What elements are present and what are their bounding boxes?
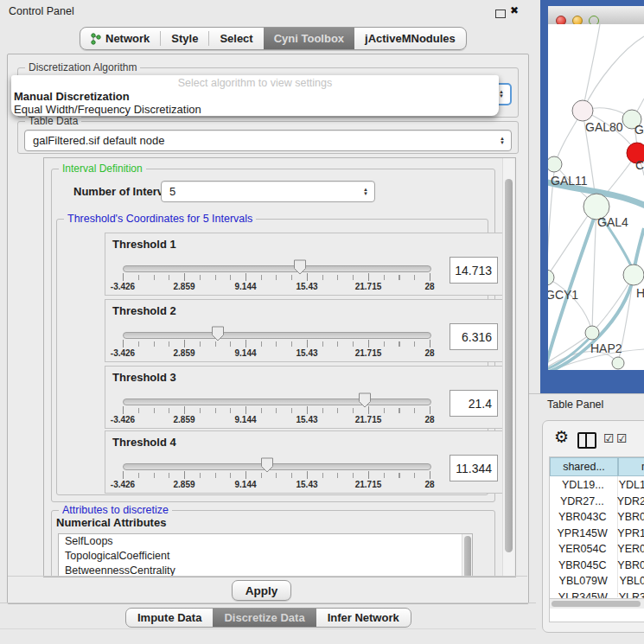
slider-thumb[interactable] (293, 259, 307, 275)
network-node-label: GAL11 (551, 174, 588, 188)
cell-shared-name: YDR27... (550, 495, 615, 507)
settings-scrollbar-thumb[interactable] (505, 179, 513, 552)
cell-shared-name: YBR043C (550, 511, 615, 523)
tab-network[interactable]: Network (80, 28, 160, 49)
list-scrollbar[interactable] (462, 534, 472, 577)
table-row[interactable]: YPR145WYPR1 (550, 526, 644, 542)
close-icon[interactable]: ✖ (510, 4, 519, 16)
major-tick (184, 340, 185, 348)
network-node[interactable] (612, 357, 624, 369)
attribute-item[interactable]: SelfLoops (59, 534, 472, 549)
major-tick (368, 273, 369, 281)
major-tick (184, 471, 185, 479)
num-intervals-combobox[interactable]: 5 ▲▼ (161, 181, 375, 202)
list-scrollbar-thumb[interactable] (464, 536, 471, 577)
network-node[interactable] (623, 265, 644, 285)
slider-track[interactable] (123, 332, 431, 339)
table-row[interactable]: YBR043CYBR0 (550, 509, 644, 526)
threshold-box: Threshold 2 -3.4262.8599.14415.4321.7152… (105, 299, 509, 362)
table-hscrollbar-thumb[interactable] (552, 601, 641, 607)
attributes-group-label: Attributes to discretize (59, 504, 172, 516)
table-data-combobox[interactable]: galFiltered.sif default node ▲▼ (24, 130, 512, 151)
tab-impute-data[interactable]: Impute Data (126, 609, 213, 627)
table-row[interactable]: YDL19...YDL1 (550, 477, 644, 494)
network-node[interactable] (548, 156, 562, 172)
threshold-box: Threshold 1 -3.4262.8599.14415.4321.7152… (105, 233, 509, 296)
tick-label: -3.426 (111, 282, 135, 291)
table-row[interactable]: YDR27...YDR2 (550, 494, 644, 510)
slider-thumb[interactable] (211, 326, 225, 341)
slider-track[interactable] (123, 265, 431, 272)
table-row[interactable]: YLR345WYLR3 (550, 590, 644, 599)
tab-select[interactable]: Select (209, 28, 263, 49)
major-tick (368, 406, 369, 414)
numerical-attributes-list[interactable]: SelfLoopsTopologicalCoefficientBetweenne… (58, 533, 473, 577)
network-node-label: H (636, 286, 644, 300)
divider (529, 393, 644, 394)
threshold-value-field[interactable]: 14.713 (450, 257, 498, 284)
tick-label: 28 (424, 480, 434, 489)
tab-jactivemnodules[interactable]: jActiveMNodules (354, 28, 466, 49)
apply-button[interactable]: Apply (232, 580, 291, 601)
tick-label: 21.715 (355, 282, 382, 291)
threshold-value-field[interactable]: 11.344 (450, 455, 498, 481)
slider-thumb[interactable] (260, 457, 274, 473)
slider-thumb[interactable] (358, 392, 372, 408)
major-tick (245, 273, 246, 281)
threshold-value-field[interactable]: 21.4 (450, 390, 498, 417)
network-canvas[interactable]: GAL80 GA C GAL11 GAL4 GCY1 H HAP2 (548, 24, 644, 370)
tick-label: 2.859 (173, 348, 194, 358)
tab-discretize-data[interactable]: Discretize Data (213, 609, 316, 627)
tab-label: Discretize Data (224, 611, 304, 624)
threshold-slider[interactable]: -3.4262.8599.14415.4321.71528 (123, 392, 430, 426)
threshold-label: Threshold 4 (112, 436, 176, 449)
major-tick (123, 471, 124, 479)
cell-shared-name: YBR045C (550, 559, 615, 571)
tab-cyni-toolbox[interactable]: Cyni Toolbox (264, 28, 354, 49)
network-node-label: GAL4 (597, 215, 628, 229)
combo-arrows-icon: ▲▼ (496, 137, 511, 145)
algorithm-group-label: Discretization Algorithm (25, 61, 140, 73)
tick-label: -3.426 (111, 480, 135, 489)
cell-name: YBL0 (616, 575, 644, 587)
attribute-items: SelfLoopsTopologicalCoefficientBetweenne… (59, 534, 472, 577)
tab-infer-network[interactable]: Infer Network (316, 609, 411, 627)
attribute-item[interactable]: TopologicalCoefficient (59, 549, 472, 564)
tab-style[interactable]: Style (161, 28, 208, 49)
threshold-slider[interactable]: -3.4262.8599.14415.4321.71528 (123, 258, 430, 293)
checkbox-icon[interactable]: ☑ (616, 431, 628, 445)
checkbox-icon[interactable]: ☑ (603, 431, 615, 445)
network-window-titlebar[interactable] (548, 6, 644, 25)
cell-name: YBR0 (615, 511, 644, 523)
network-node[interactable] (572, 100, 593, 121)
combo-arrows-icon: ▲▼ (360, 188, 374, 196)
threshold-slider[interactable]: -3.4262.8599.14415.4321.71528 (123, 325, 430, 360)
slider-track[interactable] (123, 399, 431, 405)
cell-name: YDR2 (615, 495, 644, 507)
network-node[interactable] (548, 270, 554, 285)
tick-label: 9.144 (234, 348, 256, 358)
float-icon[interactable] (495, 10, 506, 18)
settings-scrollbar[interactable] (502, 158, 514, 577)
major-tick (368, 471, 369, 479)
column-header-shared-name[interactable]: shared... (550, 457, 618, 476)
dropdown-item-manual[interactable]: Manual Discretization (11, 90, 499, 103)
threshold-slider[interactable]: -3.4262.8599.14415.4321.71528 (123, 456, 430, 491)
table-row[interactable]: YER054CYER0 (550, 541, 644, 558)
table-row[interactable]: YBL079WYBL0 (550, 573, 644, 590)
cell-shared-name: YLR345W (550, 591, 616, 598)
gear-icon[interactable]: ⚙ (554, 429, 569, 445)
table-hscrollbar[interactable] (550, 598, 644, 609)
split-columns-icon[interactable] (577, 432, 596, 449)
table-row[interactable]: YBR045CYBR0 (550, 558, 644, 574)
major-tick (245, 340, 246, 348)
dropdown-hint: Select algorithm to view settings (11, 77, 499, 90)
table-panel-title: Table Panel (547, 399, 603, 411)
dropdown-item-equal-width[interactable]: Equal Width/Frequency Discretization (11, 103, 499, 116)
tab-label: Infer Network (328, 611, 399, 624)
threshold-value-field[interactable]: 6.316 (450, 323, 498, 350)
network-node[interactable] (585, 326, 599, 340)
cell-shared-name: YDL19... (550, 479, 616, 491)
column-header-name[interactable]: n (618, 457, 644, 476)
slider-track[interactable] (123, 463, 431, 470)
